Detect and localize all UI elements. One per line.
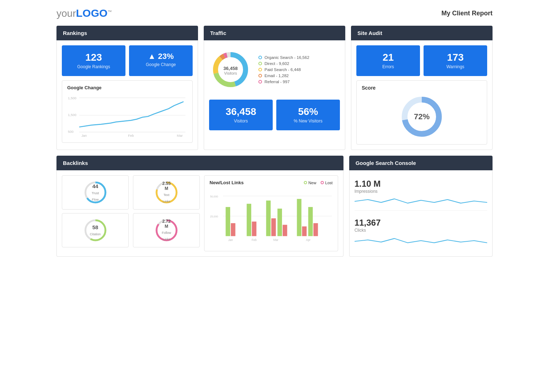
warnings-value: 173 [428,52,483,63]
legend-label-direct: Direct - 9,602 [264,61,289,66]
traffic-stat-boxes: 36,458 Visitors 56% % New Visitors [209,100,340,130]
legend-label-email: Email - 1,282 [264,74,289,78]
google-change-label: Google Change [146,62,176,67]
line-chart: 1,500 1,500 500 Jan Feb Mar [67,94,187,137]
bar-legend: New Lost [304,181,333,185]
citation-value: 58 [90,224,101,230]
trust-flow-label: Trust Flow [92,191,99,201]
trust-flow-metric: 44 Trust Flow [62,175,129,210]
impressions-metric: 1.10 M Impressions [355,175,487,211]
site-audit-section: Site Audit 21 Errors 173 Warnings Score [351,26,493,150]
legend-dot-direct [258,62,262,65]
svg-text:Mar: Mar [177,134,183,137]
bar-mar1-lost [271,218,276,236]
traffic-donut-wrap: 36,458 Visitors [209,48,252,92]
clicks-label: Clicks [355,228,487,233]
rankings-header: Rankings [56,26,198,40]
legend-item-email: Email - 1,282 [258,74,309,78]
bar-apr-lost [302,226,307,236]
bar-feb-lost [252,222,257,236]
citation-text: 58 Citation [90,224,101,237]
traffic-legend: Organic Search - 16,562 Direct - 9,602 P… [258,55,309,86]
svg-text:50,000: 50,000 [210,195,218,198]
bar-mar2-new [278,208,282,236]
gsc-body: 1.10 M Impressions 11,367 Clicks [349,170,493,257]
warnings-label: Warnings [446,64,464,69]
text-links-label: Text Links [163,193,170,203]
score-card: Score 72% [356,80,487,145]
rankings-section: Rankings 123 Google Rankings ▲ 23% Googl… [56,26,198,150]
bar-jan-lost [231,223,236,236]
legend-label-paid: Paid Search - 6,448 [264,67,301,72]
legend-lost: Lost [321,181,333,185]
legend-dot-organic [258,56,262,59]
legend-dot-lost [321,181,324,184]
new-visitors-label: % New Visitors [294,119,322,124]
traffic-body: 36,458 Visitors Organic Search - 16,562 … [204,40,345,150]
report-title: My Client Report [441,10,493,17]
legend-new-label: New [308,181,316,185]
warnings-box: 173 Warnings [424,45,487,76]
bar-chart-header: New/Lost Links New Lost [209,180,332,185]
trust-flow-wrap: 44 Trust Flow [83,180,108,205]
svg-text:1,500: 1,500 [68,96,76,100]
backlinks-grid: 44 Trust Flow 58 [62,175,338,251]
google-rankings-box: 123 Google Rankings [62,45,125,76]
clicks-metric: 11,367 Clicks [355,214,487,249]
bar-feb-new [247,204,252,236]
google-rankings-value: 123 [66,52,121,63]
bar-chart-title: New/Lost Links [209,180,243,185]
visitors-label: Visitors [234,119,248,124]
visitors-box: 36,458 Visitors [209,100,273,130]
follow-links-wrap: 2.72 M Follow Links [154,218,179,243]
legend-dot-referral [258,80,262,84]
google-change-box: ▲ 23% Google Change [129,45,193,76]
bar-apr-new [297,199,302,236]
legend-dot-new [304,181,307,184]
google-change-value: ▲ 23% [133,52,188,61]
trust-flow-value: 44 [89,183,102,189]
score-donut-area: 72% [362,94,482,140]
text-links-wrap: 2.55 M Text Links [154,180,179,205]
traffic-donut-value: 36,458 [223,66,238,71]
errors-box: 21 Errors [356,45,420,76]
backlinks-section: Backlinks 44 Trust Flow [56,156,343,257]
gsc-header: Google Search Console [349,156,493,170]
citation-metric: 58 Citation [62,213,129,247]
impressions-wave [355,196,487,207]
score-donut-wrap: 72% [399,94,445,140]
legend-item-organic: Organic Search - 16,562 [258,55,309,60]
new-visitors-value: 56% [281,106,336,117]
logo: yourLOGO™ [56,7,112,19]
clicks-wave [355,235,487,246]
errors-label: Errors [382,64,394,69]
backlinks-body: 44 Trust Flow 58 [56,170,343,257]
bar-mar2-lost [283,225,287,236]
impressions-label: Impressions [355,189,487,194]
text-links-text: 2.55 M Text Links [160,181,173,204]
follow-links-metric: 2.72 M Follow Links [133,213,200,247]
site-audit-header: Site Audit [351,26,493,40]
svg-text:Jan: Jan [81,134,87,137]
legend-label-referral: Referral - 997 [264,80,290,84]
site-audit-stat-boxes: 21 Errors 173 Warnings [356,45,487,76]
svg-text:25,000: 25,000 [210,215,218,218]
rankings-body: 123 Google Rankings ▲ 23% Google Change … [56,40,198,150]
new-lost-links-chart-card: New/Lost Links New Lost [204,175,338,251]
bar-chart-svg: 50,000 25,000 [209,188,332,245]
google-change-chart-card: Google Change 1,500 1,500 500 Jan Feb Ma… [62,80,193,143]
svg-text:Feb: Feb [128,134,134,137]
backlinks-metrics-col1: 44 Trust Flow 58 [62,175,129,251]
chart-title: Google Change [67,85,187,90]
backlinks-header: Backlinks [56,156,343,170]
google-rankings-label: Google Rankings [77,64,110,69]
legend-lost-label: Lost [325,181,333,185]
citation-label: Citation [90,232,101,236]
logo-text: your [56,8,76,19]
legend-new: New [304,181,316,185]
clicks-value: 11,367 [355,218,487,228]
citation-wrap: 58 Citation [83,218,108,243]
traffic-donut-center: 36,458 Visitors [223,66,238,75]
site-audit-body: 21 Errors 173 Warnings Score [351,40,493,150]
backlinks-metrics-col2: 2.55 M Text Links 2.72 M [133,175,200,251]
